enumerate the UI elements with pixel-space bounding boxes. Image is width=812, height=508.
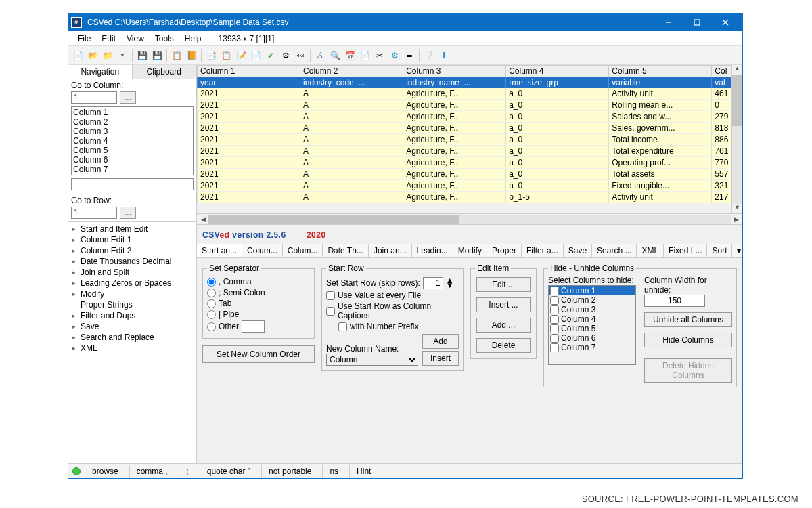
start-row-input[interactable]	[423, 277, 443, 289]
tab-navigation[interactable]: Navigation	[68, 65, 133, 79]
list-item[interactable]: Column 2	[73, 117, 191, 127]
edit-button[interactable]: Edit ...	[476, 277, 531, 292]
table-row[interactable]: 2021AAgriculture, F...a_0Fixed tangible.…	[198, 180, 742, 192]
tool2-icon[interactable]: 📙	[185, 49, 198, 62]
num-icon[interactable]: 4·2	[294, 49, 307, 62]
unhide-width-input[interactable]	[644, 295, 705, 307]
sep-semi-radio[interactable]	[207, 289, 216, 297]
use-value-check[interactable]	[326, 291, 335, 300]
scroll-right-icon[interactable]: ▶	[731, 216, 741, 223]
check-icon[interactable]: ✔	[264, 49, 277, 62]
subtab[interactable]: Fixed L...	[664, 244, 707, 257]
subtab[interactable]: Join an...	[369, 244, 412, 257]
subtab[interactable]: Proper	[487, 244, 522, 257]
maximize-button[interactable]	[683, 14, 711, 31]
go-to-row-input[interactable]	[71, 207, 117, 219]
scroll-thumb[interactable]	[732, 75, 742, 126]
col-header[interactable]: Column 1	[198, 66, 300, 77]
tool5-icon[interactable]: 📝	[234, 49, 248, 62]
table-row[interactable]: 2021AAgriculture, F...a_0Rolling mean e.…	[198, 100, 742, 111]
cut-icon[interactable]: ✂	[373, 49, 386, 62]
num-prefix-check[interactable]	[338, 322, 347, 331]
col-header[interactable]: Column 3	[403, 66, 506, 77]
subtab[interactable]: Modify	[453, 244, 487, 257]
sep-other-input[interactable]	[242, 320, 265, 333]
list-icon[interactable]: ≣	[403, 49, 416, 62]
subtab-more[interactable]: ▾	[732, 244, 742, 257]
list-item[interactable]: Column 4	[73, 136, 191, 146]
tool1-icon[interactable]: 📋	[170, 49, 183, 62]
new-column-order-button[interactable]: Set New Column Order	[202, 345, 315, 363]
table-row[interactable]: 2021AAgriculture, F...a_0Operating prof.…	[198, 157, 742, 169]
list-item[interactable]: Column 5	[73, 146, 191, 155]
table-row[interactable]: 2021AAgriculture, F...b_1-5Activity unit…	[198, 192, 742, 203]
add-button[interactable]: Add ...	[476, 318, 531, 333]
sep-other-radio[interactable]	[207, 322, 216, 331]
tool3-icon[interactable]: 📑	[204, 49, 218, 62]
open2-icon[interactable]: 📁	[101, 49, 114, 62]
scroll-down-icon[interactable]: ▼	[732, 204, 742, 213]
sep-comma-radio[interactable]	[207, 278, 216, 287]
scroll-left-icon[interactable]: ◀	[198, 216, 208, 223]
col-header[interactable]: Column 5	[609, 66, 712, 77]
menu-help[interactable]: Help	[179, 33, 207, 45]
data-grid[interactable]: Column 1 Column 2 Column 3 Column 4 Colu…	[197, 65, 742, 225]
go-to-column-button[interactable]: ...	[120, 91, 136, 104]
scroll-thumb[interactable]	[208, 215, 459, 224]
table-row[interactable]: 2021AAgriculture, F...a_0Total expenditu…	[198, 146, 742, 157]
column-list[interactable]: Column 1 Column 2 Column 3 Column 4 Colu…	[71, 106, 194, 175]
delete-button[interactable]: Delete	[476, 338, 531, 353]
calendar-icon[interactable]: 📅	[343, 49, 357, 62]
go-to-column-input[interactable]	[71, 91, 117, 104]
doc-icon[interactable]: 📄	[358, 49, 371, 62]
table-row[interactable]: 2021AAgriculture, F...a_0Salaries and w.…	[198, 111, 742, 123]
column-search-input[interactable]	[71, 178, 194, 190]
tool4-icon[interactable]: 📋	[219, 49, 233, 62]
use-caption-check[interactable]	[326, 307, 335, 316]
info-icon[interactable]: ℹ	[437, 49, 451, 62]
table-row[interactable]: 2021AAgriculture, F...a_0Total assets557	[198, 169, 742, 180]
menu-view[interactable]: View	[121, 33, 150, 45]
options-tree[interactable]: ▸Start and Item Edit ▸Column Edit 1 ▸Col…	[68, 221, 196, 463]
insert-column-button[interactable]: Insert	[422, 351, 459, 366]
subtab[interactable]: Sort	[707, 244, 732, 257]
add-column-button[interactable]: Add	[422, 334, 459, 349]
new-icon[interactable]: 📄	[71, 49, 85, 62]
table-row[interactable]: 2021AAgriculture, F...a_0Sales, governm.…	[198, 123, 742, 134]
grid-hscroll[interactable]: ◀ ▶	[197, 213, 742, 224]
gear2-icon[interactable]: ⚙	[388, 49, 401, 62]
list-item[interactable]: Column 7	[73, 165, 191, 174]
list-item[interactable]: Column 6	[73, 155, 191, 165]
menu-edit[interactable]: Edit	[96, 33, 121, 45]
subtab[interactable]: Save	[564, 244, 592, 257]
search-icon[interactable]: 🔍	[328, 49, 342, 62]
subtab[interactable]: Colum...	[242, 244, 283, 257]
close-button[interactable]	[711, 14, 740, 31]
tab-clipboard[interactable]: Clipboard	[133, 65, 197, 79]
table-row[interactable]: 2021AAgriculture, F...a_0Total income886	[198, 134, 742, 146]
saveas-icon[interactable]: 💾	[150, 49, 164, 62]
subtab[interactable]: Date Th...	[323, 244, 368, 257]
tool6-icon[interactable]: 📄	[249, 49, 263, 62]
spin-down-icon[interactable]: ▼	[446, 283, 454, 288]
menu-file[interactable]: File	[72, 33, 96, 45]
table-row[interactable]: 2021AAgriculture, F...a_0Activity unit46…	[198, 88, 742, 100]
subtab[interactable]: Leadin...	[412, 244, 453, 257]
subtab[interactable]: Search ...	[592, 244, 637, 257]
subtab[interactable]: XML	[637, 244, 664, 257]
insert-button[interactable]: Insert ...	[476, 297, 531, 312]
font-icon[interactable]: A	[313, 49, 327, 62]
scroll-up-icon[interactable]: ▲	[732, 65, 742, 75]
col-header[interactable]: Column 2	[300, 66, 403, 77]
help-icon[interactable]: ❔	[422, 49, 436, 62]
open-icon[interactable]: 📂	[86, 49, 99, 62]
save-icon[interactable]: 💾	[135, 49, 149, 62]
subtab[interactable]: Filter a...	[522, 244, 564, 257]
col-header[interactable]: Column 4	[506, 66, 609, 77]
list-item[interactable]: Column 3	[73, 127, 191, 136]
column-name-select[interactable]: Column	[326, 354, 418, 366]
go-to-row-button[interactable]: ...	[120, 207, 136, 219]
hide-columns-list[interactable]: Column 1 Column 2 Column 3 Column 4 Colu…	[548, 285, 636, 365]
unhide-all-button[interactable]: Unhide all Columns	[644, 312, 732, 327]
gear-icon[interactable]: ⚙	[279, 49, 292, 62]
